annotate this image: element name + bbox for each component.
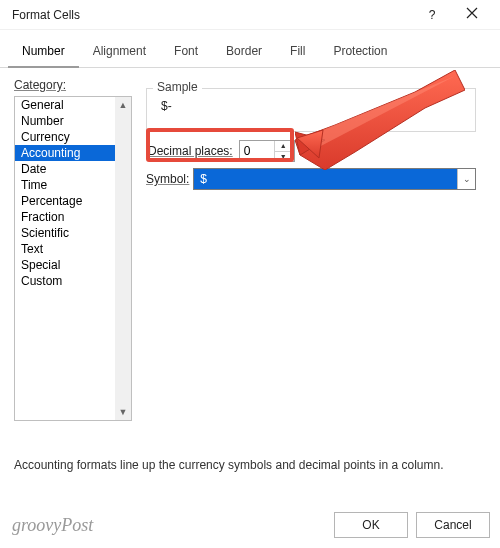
list-item[interactable]: Special	[15, 257, 115, 273]
dialog-body: Category: General Number Currency Accoun…	[0, 68, 500, 478]
list-item[interactable]: Currency	[15, 129, 115, 145]
symbol-value: $	[200, 172, 207, 186]
window-title: Format Cells	[12, 8, 412, 22]
list-item[interactable]: Fraction	[15, 209, 115, 225]
list-item[interactable]: Number	[15, 113, 115, 129]
list-item[interactable]: Percentage	[15, 193, 115, 209]
list-item[interactable]: General	[15, 97, 115, 113]
list-item[interactable]: Custom	[15, 273, 115, 289]
tab-strip: Number Alignment Font Border Fill Protec…	[0, 30, 500, 68]
help-button[interactable]: ?	[412, 1, 452, 29]
list-item[interactable]: Date	[15, 161, 115, 177]
list-item[interactable]: Text	[15, 241, 115, 257]
tab-border[interactable]: Border	[212, 38, 276, 67]
step-down-icon[interactable]: ▼	[275, 152, 292, 162]
list-item[interactable]: Scientific	[15, 225, 115, 241]
category-listbox[interactable]: General Number Currency Accounting Date …	[14, 96, 132, 421]
listbox-scrollbar[interactable]: ▲ ▼	[115, 97, 131, 420]
chevron-down-icon[interactable]: ⌄	[457, 169, 475, 189]
sample-groupbox: Sample $-	[146, 88, 476, 132]
tab-alignment[interactable]: Alignment	[79, 38, 160, 67]
tab-font[interactable]: Font	[160, 38, 212, 67]
list-item[interactable]: Time	[15, 177, 115, 193]
format-description: Accounting formats line up the currency …	[14, 458, 486, 472]
decimal-places-input[interactable]	[240, 141, 274, 161]
settings-panel: Sample $- Decimal places: ▲ ▼ Symbol: $ …	[146, 78, 486, 478]
symbol-label: Symbol:	[146, 172, 189, 186]
decimal-places-label: Decimal places:	[148, 144, 233, 158]
scroll-down-icon[interactable]: ▼	[115, 404, 131, 420]
symbol-combobox[interactable]: $ ⌄	[193, 168, 476, 190]
scroll-up-icon[interactable]: ▲	[115, 97, 131, 113]
step-up-icon[interactable]: ▲	[275, 141, 292, 152]
tab-protection[interactable]: Protection	[319, 38, 401, 67]
close-button[interactable]	[452, 1, 492, 29]
category-label: Category:	[14, 78, 132, 92]
decimal-places-stepper[interactable]: ▲ ▼	[239, 140, 295, 162]
sample-label: Sample	[153, 80, 202, 94]
list-item[interactable]: Accounting	[15, 145, 115, 161]
sample-value: $-	[157, 99, 465, 113]
title-bar: Format Cells ?	[0, 0, 500, 30]
ok-button[interactable]: OK	[334, 512, 408, 538]
category-panel: Category: General Number Currency Accoun…	[14, 78, 132, 478]
help-icon: ?	[429, 8, 436, 22]
tab-number[interactable]: Number	[8, 38, 79, 68]
cancel-button[interactable]: Cancel	[416, 512, 490, 538]
dialog-footer: OK Cancel	[334, 512, 490, 538]
watermark: groovyPost	[12, 515, 93, 536]
close-icon	[466, 7, 478, 22]
tab-fill[interactable]: Fill	[276, 38, 319, 67]
